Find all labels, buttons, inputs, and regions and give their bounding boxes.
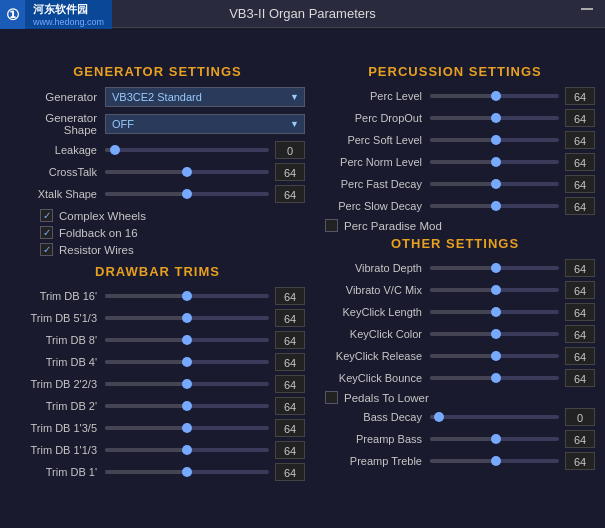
- perc-soft-level-slider[interactable]: [430, 138, 559, 142]
- leakage-slider[interactable]: [105, 148, 269, 152]
- perc-dropout-slider[interactable]: [430, 116, 559, 120]
- keyclick-color-label: KeyClick Color: [315, 328, 430, 340]
- generator-select-wrapper[interactable]: VB3CE2 Standard VB3CE Standard: [105, 87, 305, 107]
- leakage-slider-container: 0: [105, 141, 305, 159]
- pedals-to-lower-checkbox[interactable]: [325, 391, 338, 404]
- vibrato-vc-mix-slider[interactable]: [430, 288, 559, 292]
- keyclick-release-value: 64: [565, 347, 595, 365]
- trim-db-8-label: Trim DB 8': [10, 334, 105, 346]
- trim-db-16-slider[interactable]: [105, 294, 269, 298]
- resistor-row: Resistor Wires: [40, 243, 305, 256]
- trim-db-2-value: 64: [275, 397, 305, 415]
- trim-db-4-value: 64: [275, 353, 305, 371]
- preamp-bass-label: Preamp Bass: [315, 433, 430, 445]
- keyclick-bounce-label: KeyClick Bounce: [315, 372, 430, 384]
- drawbar-trims: DRAWBAR TRIMS Trim DB 16' 64 Trim DB 5'1…: [10, 264, 305, 481]
- keyclick-bounce-slider[interactable]: [430, 376, 559, 380]
- keyclick-bounce-value: 64: [565, 369, 595, 387]
- foldback-label: Foldback on 16: [59, 227, 138, 239]
- generator-shape-label: Generator Shape: [10, 112, 105, 136]
- xtalk-shape-value: 64: [275, 185, 305, 203]
- preamp-treble-label: Preamp Treble: [315, 455, 430, 467]
- generator-row: Generator VB3CE2 Standard VB3CE Standard: [10, 87, 305, 107]
- perc-fast-decay-slider[interactable]: [430, 182, 559, 186]
- trim-db-4-row: Trim DB 4' 64: [10, 353, 305, 371]
- generator-select[interactable]: VB3CE2 Standard VB3CE Standard: [105, 87, 305, 107]
- trim-db-1-slider[interactable]: [105, 470, 269, 474]
- bass-decay-slider[interactable]: [430, 415, 559, 419]
- resistor-label: Resistor Wires: [59, 244, 134, 256]
- xtalk-shape-row: Xtalk Shape 64: [10, 185, 305, 203]
- trim-db-223-value: 64: [275, 375, 305, 393]
- perc-paradise-checkbox[interactable]: [325, 219, 338, 232]
- trim-db-223-row: Trim DB 2'2/3 64: [10, 375, 305, 393]
- keyclick-release-row: KeyClick Release 64: [315, 347, 595, 365]
- perc-level-row: Perc Level 64: [315, 87, 595, 105]
- trim-db-4-slider[interactable]: [105, 360, 269, 364]
- pedals-to-lower-label: Pedals To Lower: [344, 392, 429, 404]
- bass-decay-value: 0: [565, 408, 595, 426]
- keyclick-release-slider[interactable]: [430, 354, 559, 358]
- crosstalk-row: CrossTalk 64: [10, 163, 305, 181]
- bass-decay-label: Bass Decay: [315, 411, 430, 423]
- drawbar-trims-title: DRAWBAR TRIMS: [10, 264, 305, 279]
- perc-norm-level-value: 64: [565, 153, 595, 171]
- perc-slow-decay-slider[interactable]: [430, 204, 559, 208]
- trim-db-8-slider[interactable]: [105, 338, 269, 342]
- perc-fast-decay-label: Perc Fast Decay: [315, 178, 430, 190]
- trim-db-4-label: Trim DB 4': [10, 356, 105, 368]
- keyclick-length-label: KeyClick Length: [315, 306, 430, 318]
- complex-wheels-checkbox[interactable]: [40, 209, 53, 222]
- trim-db-16-value: 64: [275, 287, 305, 305]
- keyclick-release-label: KeyClick Release: [315, 350, 430, 362]
- vibrato-vc-mix-label: Vibrato V/C Mix: [315, 284, 430, 296]
- crosstalk-label: CrossTalk: [10, 166, 105, 178]
- trim-db-513-label: Trim DB 5'1/3: [10, 312, 105, 324]
- keyclick-length-row: KeyClick Length 64: [315, 303, 595, 321]
- logo-icon: ①: [6, 6, 19, 24]
- crosstalk-slider[interactable]: [105, 170, 269, 174]
- trim-db-113-value: 64: [275, 441, 305, 459]
- generator-settings-title: GENERATOR SETTINGS: [10, 64, 305, 79]
- xtalk-shape-slider[interactable]: [105, 192, 269, 196]
- generator-label: Generator: [10, 91, 105, 103]
- preamp-bass-row: Preamp Bass 64: [315, 430, 595, 448]
- trim-db-223-slider[interactable]: [105, 382, 269, 386]
- perc-level-slider[interactable]: [430, 94, 559, 98]
- perc-soft-level-value: 64: [565, 131, 595, 149]
- keyclick-color-slider[interactable]: [430, 332, 559, 336]
- checkbox-group: Complex Wheels Foldback on 16 Resistor W…: [40, 209, 305, 256]
- trim-db-135-slider[interactable]: [105, 426, 269, 430]
- keyclick-length-slider[interactable]: [430, 310, 559, 314]
- resistor-checkbox[interactable]: [40, 243, 53, 256]
- main-content: GENERATOR SETTINGS Generator VB3CE2 Stan…: [0, 56, 605, 493]
- trim-db-135-label: Trim DB 1'3/5: [10, 422, 105, 434]
- perc-soft-level-row: Perc Soft Level 64: [315, 131, 595, 149]
- minimize-button[interactable]: [581, 8, 593, 10]
- trim-db-2-slider[interactable]: [105, 404, 269, 408]
- vibrato-vc-mix-row: Vibrato V/C Mix 64: [315, 281, 595, 299]
- perc-paradise-row: Perc Paradise Mod: [325, 219, 595, 232]
- trim-db-113-slider[interactable]: [105, 448, 269, 452]
- perc-norm-level-slider[interactable]: [430, 160, 559, 164]
- keyclick-color-row: KeyClick Color 64: [315, 325, 595, 343]
- preamp-bass-slider[interactable]: [430, 437, 559, 441]
- generator-shape-select-wrapper[interactable]: OFF ON: [105, 114, 305, 134]
- keyclick-color-value: 64: [565, 325, 595, 343]
- generator-shape-select[interactable]: OFF ON: [105, 114, 305, 134]
- trim-db-8-value: 64: [275, 331, 305, 349]
- pedals-to-lower-row: Pedals To Lower: [325, 391, 595, 404]
- perc-slow-decay-value: 64: [565, 197, 595, 215]
- leakage-value: 0: [275, 141, 305, 159]
- foldback-checkbox[interactable]: [40, 226, 53, 239]
- trim-db-513-row: Trim DB 5'1/3 64: [10, 309, 305, 327]
- perc-fast-decay-value: 64: [565, 175, 595, 193]
- trim-db-513-slider[interactable]: [105, 316, 269, 320]
- vibrato-depth-slider[interactable]: [430, 266, 559, 270]
- preamp-treble-slider[interactable]: [430, 459, 559, 463]
- window-title: VB3-II Organ Parameters: [229, 6, 376, 21]
- trim-db-1-row: Trim DB 1' 64: [10, 463, 305, 481]
- complex-wheels-row: Complex Wheels: [40, 209, 305, 222]
- perc-norm-level-row: Perc Norm Level 64: [315, 153, 595, 171]
- left-panel: GENERATOR SETTINGS Generator VB3CE2 Stan…: [10, 64, 305, 485]
